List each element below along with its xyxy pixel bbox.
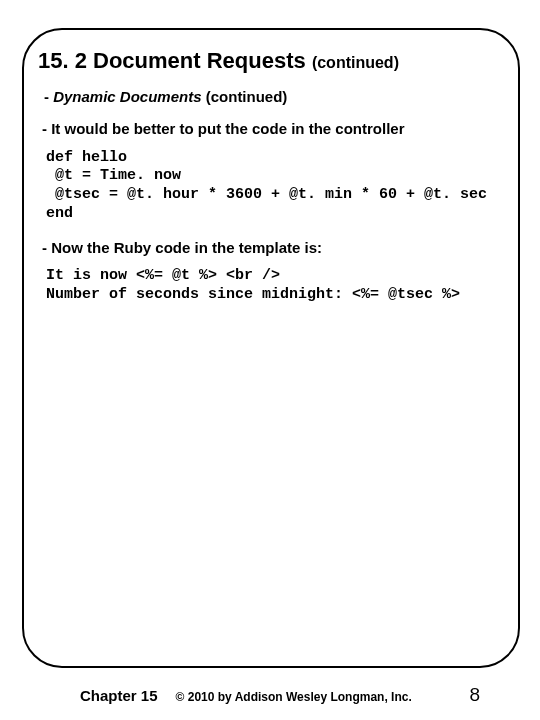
- footer: Chapter 15 © 2010 by Addison Wesley Long…: [0, 684, 540, 706]
- title-main: 15. 2 Document Requests: [38, 48, 312, 73]
- bullet-1: - It would be better to put the code in …: [42, 119, 506, 139]
- title-continued: (continued): [312, 54, 399, 71]
- footer-chapter: Chapter 15: [80, 687, 158, 704]
- subhead-rest: (continued): [202, 88, 288, 105]
- subheading: - Dynamic Documents (continued): [44, 88, 506, 105]
- slide-frame: 15. 2 Document Requests (continued) - Dy…: [22, 28, 520, 668]
- code-block-2: It is now <%= @t %> <br /> Number of sec…: [46, 267, 506, 305]
- subhead-dash: -: [44, 88, 53, 105]
- footer-copyright: © 2010 by Addison Wesley Longman, Inc.: [176, 690, 452, 704]
- slide-title: 15. 2 Document Requests (continued): [38, 48, 506, 74]
- footer-page-number: 8: [469, 684, 480, 706]
- subhead-emphasis: Dynamic Documents: [53, 88, 201, 105]
- bullet-2: - Now the Ruby code in the template is:: [42, 238, 506, 258]
- code-block-1: def hello @t = Time. now @tsec = @t. hou…: [46, 149, 506, 224]
